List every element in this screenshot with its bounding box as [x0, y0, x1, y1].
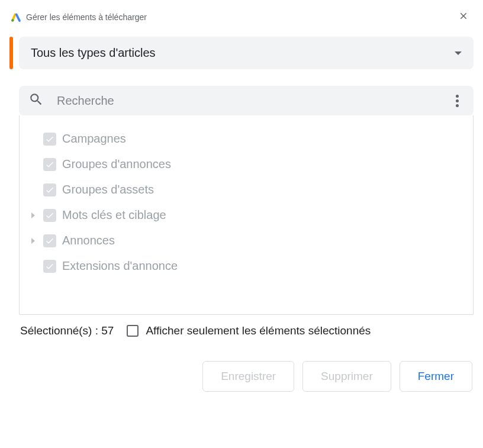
accent-bar [9, 37, 13, 69]
status-row: Sélectionné(s) : 57 Afficher seulement l… [19, 315, 474, 337]
checkbox-unchecked-icon[interactable] [127, 325, 139, 337]
delete-button[interactable]: Supprimer [302, 361, 391, 392]
header-left: Gérer les éléments à télécharger [11, 12, 147, 22]
manage-download-dialog: Gérer les éléments à télécharger Tous le… [0, 0, 483, 404]
search-icon [28, 92, 44, 109]
dialog-header: Gérer les éléments à télécharger [9, 7, 474, 37]
dialog-title: Gérer les éléments à télécharger [26, 12, 147, 22]
tree-item-campagnes[interactable]: Campagnes [27, 126, 466, 152]
google-ads-logo-icon [11, 12, 21, 22]
selected-count: Sélectionné(s) : 57 [20, 324, 114, 337]
search-input[interactable] [57, 94, 437, 108]
tree-item-annonces[interactable]: Annonces [27, 228, 466, 253]
tree-item-mots-cles[interactable]: Mots clés et ciblage [27, 202, 466, 228]
expand-caret-icon[interactable] [29, 212, 37, 218]
dropdown-label: Tous les types d'articles [31, 46, 156, 60]
tree-label: Extensions d'annonce [62, 259, 178, 273]
item-type-row: Tous les types d'articles [9, 37, 474, 69]
more-options-icon[interactable] [450, 92, 464, 109]
expand-caret-icon[interactable] [29, 238, 37, 244]
svg-point-0 [11, 19, 14, 21]
chevron-down-icon [455, 51, 462, 55]
tree-label: Annonces [62, 234, 115, 247]
show-selected-label: Afficher seulement les éléments sélectio… [146, 324, 371, 337]
tree-item-groupes-assets[interactable]: Groupes d'assets [27, 177, 466, 202]
show-selected-toggle[interactable]: Afficher seulement les éléments sélectio… [127, 324, 371, 337]
close-button[interactable]: Fermer [400, 361, 472, 392]
checkbox-checked-icon[interactable] [43, 209, 56, 222]
search-bar [19, 86, 474, 115]
close-icon[interactable] [456, 8, 471, 26]
tree-label: Mots clés et ciblage [62, 208, 166, 222]
tree-label: Campagnes [62, 132, 126, 146]
tree-item-extensions[interactable]: Extensions d'annonce [27, 253, 466, 279]
checkbox-checked-icon[interactable] [43, 234, 56, 247]
item-tree: Campagnes Groupes d'annonces Groupes d'a… [19, 115, 474, 315]
item-type-dropdown[interactable]: Tous les types d'articles [19, 37, 474, 69]
tree-label: Groupes d'annonces [62, 157, 171, 171]
checkbox-checked-icon[interactable] [43, 183, 56, 196]
tree-label: Groupes d'assets [62, 183, 154, 196]
dialog-buttons: Enregistrer Supprimer Fermer [9, 361, 474, 392]
checkbox-checked-icon[interactable] [43, 260, 56, 273]
checkbox-checked-icon[interactable] [43, 158, 56, 171]
save-button[interactable]: Enregistrer [202, 361, 294, 392]
checkbox-checked-icon[interactable] [43, 133, 56, 146]
tree-item-groupes-annonces[interactable]: Groupes d'annonces [27, 152, 466, 177]
